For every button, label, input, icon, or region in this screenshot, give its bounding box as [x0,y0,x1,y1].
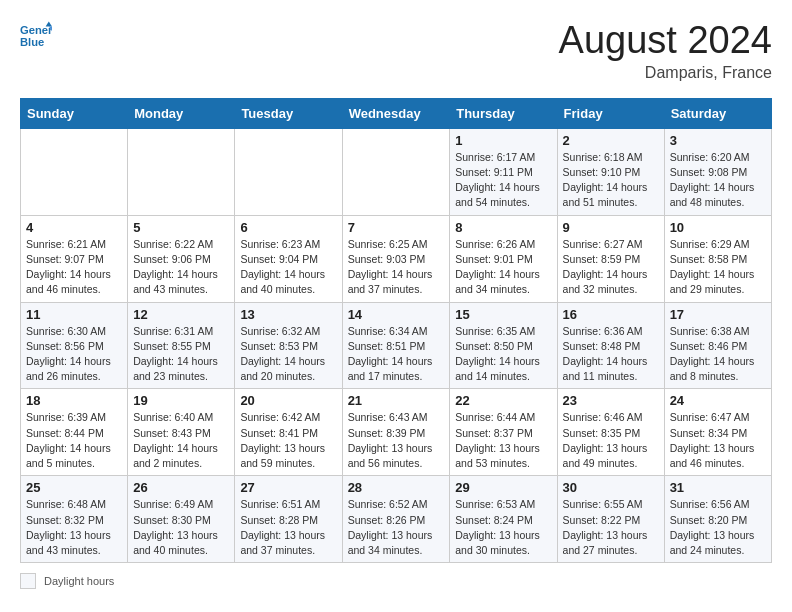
day-number: 27 [240,480,336,495]
day-number: 18 [26,393,122,408]
day-info: Sunrise: 6:52 AM Sunset: 8:26 PM Dayligh… [348,497,445,558]
footer-note: Daylight hours [20,573,772,589]
calendar-cell [21,128,128,215]
calendar-cell: 21Sunrise: 6:43 AM Sunset: 8:39 PM Dayli… [342,389,450,476]
day-info: Sunrise: 6:40 AM Sunset: 8:43 PM Dayligh… [133,410,229,471]
day-info: Sunrise: 6:47 AM Sunset: 8:34 PM Dayligh… [670,410,766,471]
page-header: General Blue August 2024 Damparis, Franc… [20,20,772,82]
calendar-cell: 22Sunrise: 6:44 AM Sunset: 8:37 PM Dayli… [450,389,557,476]
title-block: August 2024 Damparis, France [559,20,772,82]
calendar-cell: 30Sunrise: 6:55 AM Sunset: 8:22 PM Dayli… [557,476,664,563]
day-info: Sunrise: 6:56 AM Sunset: 8:20 PM Dayligh… [670,497,766,558]
day-number: 28 [348,480,445,495]
weekday-header-friday: Friday [557,98,664,128]
day-number: 2 [563,133,659,148]
calendar-cell: 3Sunrise: 6:20 AM Sunset: 9:08 PM Daylig… [664,128,771,215]
day-info: Sunrise: 6:35 AM Sunset: 8:50 PM Dayligh… [455,324,551,385]
day-number: 25 [26,480,122,495]
day-number: 12 [133,307,229,322]
calendar-cell: 27Sunrise: 6:51 AM Sunset: 8:28 PM Dayli… [235,476,342,563]
day-info: Sunrise: 6:42 AM Sunset: 8:41 PM Dayligh… [240,410,336,471]
day-number: 11 [26,307,122,322]
day-info: Sunrise: 6:43 AM Sunset: 8:39 PM Dayligh… [348,410,445,471]
calendar-cell: 14Sunrise: 6:34 AM Sunset: 8:51 PM Dayli… [342,302,450,389]
day-info: Sunrise: 6:44 AM Sunset: 8:37 PM Dayligh… [455,410,551,471]
day-info: Sunrise: 6:29 AM Sunset: 8:58 PM Dayligh… [670,237,766,298]
weekday-header-row: SundayMondayTuesdayWednesdayThursdayFrid… [21,98,772,128]
day-info: Sunrise: 6:17 AM Sunset: 9:11 PM Dayligh… [455,150,551,211]
weekday-header-wednesday: Wednesday [342,98,450,128]
day-number: 15 [455,307,551,322]
day-number: 22 [455,393,551,408]
calendar-cell: 24Sunrise: 6:47 AM Sunset: 8:34 PM Dayli… [664,389,771,476]
calendar-cell: 31Sunrise: 6:56 AM Sunset: 8:20 PM Dayli… [664,476,771,563]
day-number: 8 [455,220,551,235]
day-info: Sunrise: 6:21 AM Sunset: 9:07 PM Dayligh… [26,237,122,298]
day-number: 14 [348,307,445,322]
calendar-cell: 6Sunrise: 6:23 AM Sunset: 9:04 PM Daylig… [235,215,342,302]
day-number: 20 [240,393,336,408]
day-info: Sunrise: 6:46 AM Sunset: 8:35 PM Dayligh… [563,410,659,471]
calendar-cell: 11Sunrise: 6:30 AM Sunset: 8:56 PM Dayli… [21,302,128,389]
calendar-cell: 5Sunrise: 6:22 AM Sunset: 9:06 PM Daylig… [128,215,235,302]
calendar-cell [342,128,450,215]
calendar-cell: 12Sunrise: 6:31 AM Sunset: 8:55 PM Dayli… [128,302,235,389]
daylight-legend-box [20,573,36,589]
day-number: 7 [348,220,445,235]
calendar-cell: 13Sunrise: 6:32 AM Sunset: 8:53 PM Dayli… [235,302,342,389]
calendar-cell: 4Sunrise: 6:21 AM Sunset: 9:07 PM Daylig… [21,215,128,302]
month-year-title: August 2024 [559,20,772,62]
day-info: Sunrise: 6:36 AM Sunset: 8:48 PM Dayligh… [563,324,659,385]
weekday-header-thursday: Thursday [450,98,557,128]
day-number: 16 [563,307,659,322]
day-number: 5 [133,220,229,235]
calendar-week-4: 18Sunrise: 6:39 AM Sunset: 8:44 PM Dayli… [21,389,772,476]
weekday-header-tuesday: Tuesday [235,98,342,128]
calendar-cell: 7Sunrise: 6:25 AM Sunset: 9:03 PM Daylig… [342,215,450,302]
day-info: Sunrise: 6:39 AM Sunset: 8:44 PM Dayligh… [26,410,122,471]
day-number: 30 [563,480,659,495]
day-number: 29 [455,480,551,495]
day-info: Sunrise: 6:55 AM Sunset: 8:22 PM Dayligh… [563,497,659,558]
calendar-cell: 26Sunrise: 6:49 AM Sunset: 8:30 PM Dayli… [128,476,235,563]
day-number: 24 [670,393,766,408]
day-info: Sunrise: 6:30 AM Sunset: 8:56 PM Dayligh… [26,324,122,385]
day-info: Sunrise: 6:25 AM Sunset: 9:03 PM Dayligh… [348,237,445,298]
day-info: Sunrise: 6:27 AM Sunset: 8:59 PM Dayligh… [563,237,659,298]
day-number: 3 [670,133,766,148]
calendar-cell: 19Sunrise: 6:40 AM Sunset: 8:43 PM Dayli… [128,389,235,476]
calendar-cell: 15Sunrise: 6:35 AM Sunset: 8:50 PM Dayli… [450,302,557,389]
day-info: Sunrise: 6:18 AM Sunset: 9:10 PM Dayligh… [563,150,659,211]
calendar-cell: 18Sunrise: 6:39 AM Sunset: 8:44 PM Dayli… [21,389,128,476]
day-info: Sunrise: 6:22 AM Sunset: 9:06 PM Dayligh… [133,237,229,298]
weekday-header-saturday: Saturday [664,98,771,128]
calendar-cell: 2Sunrise: 6:18 AM Sunset: 9:10 PM Daylig… [557,128,664,215]
day-number: 21 [348,393,445,408]
calendar-cell: 16Sunrise: 6:36 AM Sunset: 8:48 PM Dayli… [557,302,664,389]
day-number: 4 [26,220,122,235]
calendar-week-2: 4Sunrise: 6:21 AM Sunset: 9:07 PM Daylig… [21,215,772,302]
day-number: 19 [133,393,229,408]
logo: General Blue [20,20,52,52]
day-info: Sunrise: 6:38 AM Sunset: 8:46 PM Dayligh… [670,324,766,385]
day-number: 23 [563,393,659,408]
calendar-cell: 29Sunrise: 6:53 AM Sunset: 8:24 PM Dayli… [450,476,557,563]
day-number: 26 [133,480,229,495]
day-info: Sunrise: 6:51 AM Sunset: 8:28 PM Dayligh… [240,497,336,558]
day-info: Sunrise: 6:34 AM Sunset: 8:51 PM Dayligh… [348,324,445,385]
calendar-week-5: 25Sunrise: 6:48 AM Sunset: 8:32 PM Dayli… [21,476,772,563]
daylight-label: Daylight hours [44,575,114,587]
calendar-week-3: 11Sunrise: 6:30 AM Sunset: 8:56 PM Dayli… [21,302,772,389]
day-info: Sunrise: 6:26 AM Sunset: 9:01 PM Dayligh… [455,237,551,298]
svg-text:Blue: Blue [20,36,44,48]
day-number: 10 [670,220,766,235]
calendar-cell: 8Sunrise: 6:26 AM Sunset: 9:01 PM Daylig… [450,215,557,302]
location-subtitle: Damparis, France [559,64,772,82]
day-number: 13 [240,307,336,322]
day-info: Sunrise: 6:32 AM Sunset: 8:53 PM Dayligh… [240,324,336,385]
day-info: Sunrise: 6:23 AM Sunset: 9:04 PM Dayligh… [240,237,336,298]
weekday-header-monday: Monday [128,98,235,128]
day-info: Sunrise: 6:49 AM Sunset: 8:30 PM Dayligh… [133,497,229,558]
day-number: 31 [670,480,766,495]
calendar-cell [128,128,235,215]
